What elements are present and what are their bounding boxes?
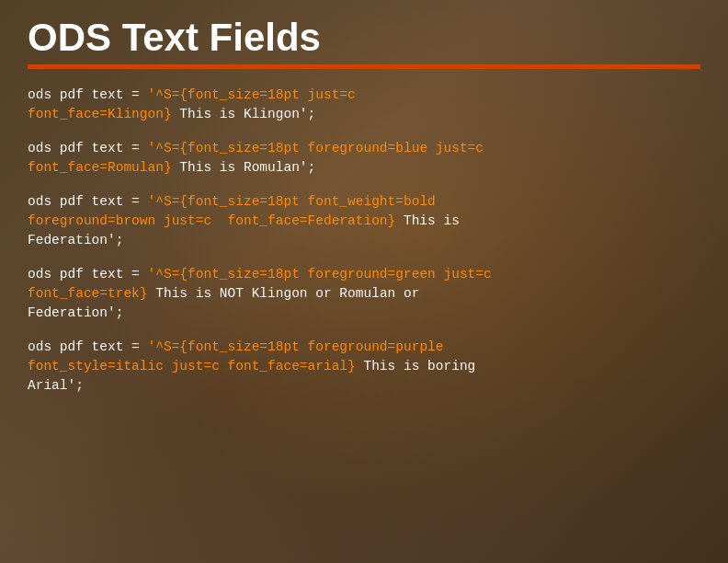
code-line: Federation'; [28, 304, 700, 323]
title-section: ODS Text Fields [0, 0, 728, 69]
code-line: ods pdf text = '^S={font_size=18pt font_… [28, 192, 700, 212]
code-block-3: ods pdf text = '^S={font_size=18pt font_… [28, 192, 700, 250]
code-section: ods pdf text = '^S={font_size=18pt just=… [0, 69, 728, 396]
code-block-5: ods pdf text = '^S={font_size=18pt foreg… [28, 338, 700, 396]
code-line: ods pdf text = '^S={font_size=18pt foreg… [28, 265, 700, 284]
code-line: Arial'; [28, 376, 700, 396]
code-line: Federation'; [28, 231, 700, 250]
code-block-2: ods pdf text = '^S={font_size=18pt foreg… [28, 139, 700, 178]
code-line: ods pdf text = '^S={font_size=18pt foreg… [28, 139, 700, 158]
code-line: ods pdf text = '^S={font_size=18pt foreg… [28, 338, 700, 357]
main-content: ODS Text Fields ods pdf text = '^S={font… [0, 0, 728, 563]
code-line: foreground=brown just=c font_face=Federa… [28, 212, 700, 231]
code-line: ods pdf text = '^S={font_size=18pt just=… [28, 86, 700, 105]
code-line: font_face=Klingon} This is Klingon'; [28, 105, 700, 124]
code-block-4: ods pdf text = '^S={font_size=18pt foreg… [28, 265, 700, 323]
code-line: font_face=trek} This is NOT Klingon or R… [28, 284, 700, 304]
page-title: ODS Text Fields [28, 17, 700, 59]
code-line: font_style=italic just=c font_face=arial… [28, 357, 700, 376]
code-block-1: ods pdf text = '^S={font_size=18pt just=… [28, 86, 700, 124]
code-line: font_face=Romulan} This is Romulan'; [28, 158, 700, 178]
